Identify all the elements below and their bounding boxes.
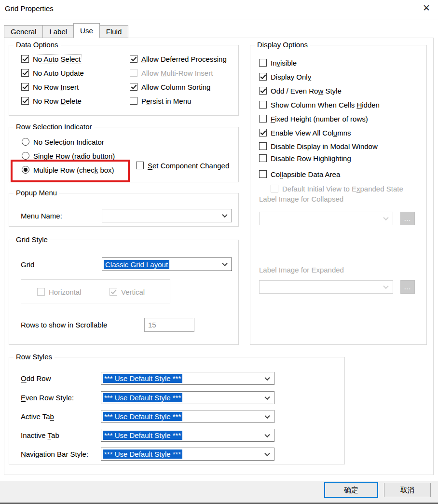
no-auto-select-label[interactable]: No Auto Select <box>33 55 81 63</box>
show-column-when-cells-hidden-checkbox[interactable] <box>259 101 267 109</box>
group-title: Data Options <box>14 41 61 49</box>
chevron-down-icon <box>222 261 227 266</box>
invisible-label[interactable]: Invisible <box>271 59 297 67</box>
no-row-delete-checkbox[interactable] <box>21 97 29 105</box>
allow-column-sorting-label[interactable]: Allow Column Sorting <box>141 83 210 91</box>
disable-display-modal-checkbox[interactable] <box>259 142 267 150</box>
row-persist-in-menu: Persist in Menu <box>130 96 191 106</box>
row-default-initial-view: Default Initial View to Expanded State <box>271 184 403 193</box>
grid-value: Classic Grid Layout <box>104 260 169 269</box>
no-row-insert-checkbox[interactable] <box>21 83 29 91</box>
row-vertical: Vertical <box>110 287 145 297</box>
disable-display-modal-label[interactable]: Disable Display in Modal Window <box>271 142 378 150</box>
row-display-only: Display Only <box>259 72 311 82</box>
invisible-checkbox[interactable] <box>259 59 267 67</box>
navigation-bar-label-row: Navigation Bar Style: <box>21 449 88 459</box>
menu-name-combobox[interactable] <box>102 209 232 222</box>
odd-row-label: Odd Row <box>21 374 51 382</box>
allow-column-sorting-checkbox[interactable] <box>130 83 137 91</box>
annotation-highlight-box <box>11 160 130 182</box>
collapsible-data-area-label[interactable]: Collapsible Data Area <box>271 170 340 178</box>
row-single-row: Single Row (radio button) <box>22 151 115 161</box>
display-only-label[interactable]: Display Only <box>271 73 311 81</box>
display-options-group: Display Options Invisible Display Only O… <box>250 45 427 345</box>
no-selection-indicator-label[interactable]: No Selection Indicator <box>33 138 104 146</box>
odd-row-combobox[interactable]: *** Use Default Style *** <box>101 372 274 385</box>
odd-even-row-style-checkbox[interactable] <box>259 87 267 95</box>
tab-use[interactable]: Use <box>73 23 100 38</box>
even-row-style-label: Even Row Style: <box>21 394 74 402</box>
rows-to-show-label-row: Rows to show in Scrollable <box>21 320 107 329</box>
row-horizontal: Horizontal <box>37 287 82 297</box>
data-options-group: Data Options No Auto Select No Auto Upda… <box>9 45 239 116</box>
chevron-down-icon <box>264 432 270 437</box>
fixed-height-label[interactable]: Fixed Height (number of rows) <box>271 115 368 123</box>
active-tab-combobox[interactable]: *** Use Default Style *** <box>101 410 274 423</box>
close-icon[interactable]: ✕ <box>423 2 430 14</box>
fixed-height-checkbox[interactable] <box>259 115 267 123</box>
browse-collapsed-button: ... <box>400 212 415 225</box>
inactive-tab-label: Inactive Tab <box>21 431 59 439</box>
row-fixed-height: Fixed Height (number of rows) <box>259 114 368 123</box>
even-row-style-value: *** Use Default Style *** <box>103 393 182 402</box>
label-image-collapsed-combobox <box>259 212 393 225</box>
collapsible-data-area-checkbox[interactable] <box>259 170 267 178</box>
tab-general[interactable]: General <box>4 25 43 38</box>
navigation-bar-style-combobox[interactable]: *** Use Default Style *** <box>101 448 274 461</box>
row-no-row-delete: No Row Delete <box>21 96 82 106</box>
show-column-when-cells-hidden-label[interactable]: Show Column When Cells Hidden <box>271 101 380 109</box>
inactive-tab-combobox[interactable]: *** Use Default Style *** <box>101 429 274 442</box>
row-disable-row-highlighting: Disable Row Highlighting <box>259 153 351 163</box>
horizontal-checkbox <box>37 288 45 296</box>
active-tab-label: Active Tab <box>21 412 54 421</box>
row-no-auto-select: No Auto Select <box>21 54 81 64</box>
vertical-checkbox <box>110 288 117 296</box>
chevron-down-icon <box>222 212 227 218</box>
chevron-down-icon <box>264 375 270 380</box>
grid-style-group: Grid Style Grid Classic Grid Layout Hori… <box>9 240 239 345</box>
active-tab-value: *** Use Default Style *** <box>103 412 182 421</box>
disable-row-highlighting-label[interactable]: Disable Row Highlighting <box>271 154 351 163</box>
row-invisible: Invisible <box>259 58 297 68</box>
label-image-expanded-combobox <box>259 280 393 294</box>
row-disable-display-modal: Disable Display in Modal Window <box>259 141 378 151</box>
group-title: Grid Style <box>14 235 50 244</box>
tab-fluid[interactable]: Fluid <box>99 25 129 38</box>
no-auto-select-checkbox[interactable] <box>21 55 29 63</box>
row-enable-view-all: Enable View All Columns <box>259 128 351 137</box>
enable-view-all-columns-label[interactable]: Enable View All Columns <box>271 129 351 137</box>
disable-row-highlighting-checkbox[interactable] <box>259 154 267 162</box>
no-selection-indicator-radio[interactable] <box>22 138 29 146</box>
allow-deferred-processing-label[interactable]: Allow Deferred Processing <box>141 55 227 63</box>
row-allow-multi-row: Allow Multi-Row Insert <box>130 68 213 78</box>
browse-expanded-button: ... <box>400 280 415 294</box>
even-row-label-row: Even Row Style: <box>21 393 74 402</box>
tab-label[interactable]: Label <box>42 25 74 38</box>
group-title: Row Styles <box>14 353 55 361</box>
odd-even-row-style-label[interactable]: Odd / Even Row Style <box>271 87 342 95</box>
even-row-style-combobox[interactable]: *** Use Default Style *** <box>101 391 274 404</box>
grid-properties-dialog: Grid Properties ✕ General Label Use Flui… <box>0 0 438 504</box>
persist-in-menu-checkbox[interactable] <box>130 97 137 105</box>
navigation-bar-style-label: Navigation Bar Style: <box>21 450 88 458</box>
enable-view-all-columns-checkbox[interactable] <box>259 129 267 136</box>
no-row-delete-label[interactable]: No Row Delete <box>33 97 82 105</box>
default-initial-view-label: Default Initial View to Expanded State <box>282 185 403 193</box>
cancel-button[interactable]: 取消 <box>384 483 431 497</box>
set-component-changed-checkbox[interactable] <box>136 162 144 169</box>
tab-strip: General Label Use Fluid <box>4 23 128 38</box>
persist-in-menu-label[interactable]: Persist in Menu <box>141 97 191 105</box>
set-component-changed-label[interactable]: Set Component Changed <box>148 162 229 170</box>
display-only-checkbox[interactable] <box>259 73 267 81</box>
ok-button[interactable]: 确定 <box>324 482 378 498</box>
allow-deferred-processing-checkbox[interactable] <box>130 55 137 63</box>
dialog-footer: 确定 取消 <box>0 481 438 504</box>
grid-combobox[interactable]: Classic Grid Layout <box>102 258 232 271</box>
no-auto-update-checkbox[interactable] <box>21 69 29 77</box>
tab-label-label: Label <box>49 27 67 36</box>
single-row-label[interactable]: Single Row (radio button) <box>33 152 115 160</box>
single-row-radio[interactable] <box>22 152 29 160</box>
label-image-expanded-label: Label Image for Expanded <box>259 266 344 274</box>
no-auto-update-label[interactable]: No Auto Update <box>33 69 84 77</box>
no-row-insert-label[interactable]: No Row Insert <box>33 83 79 91</box>
